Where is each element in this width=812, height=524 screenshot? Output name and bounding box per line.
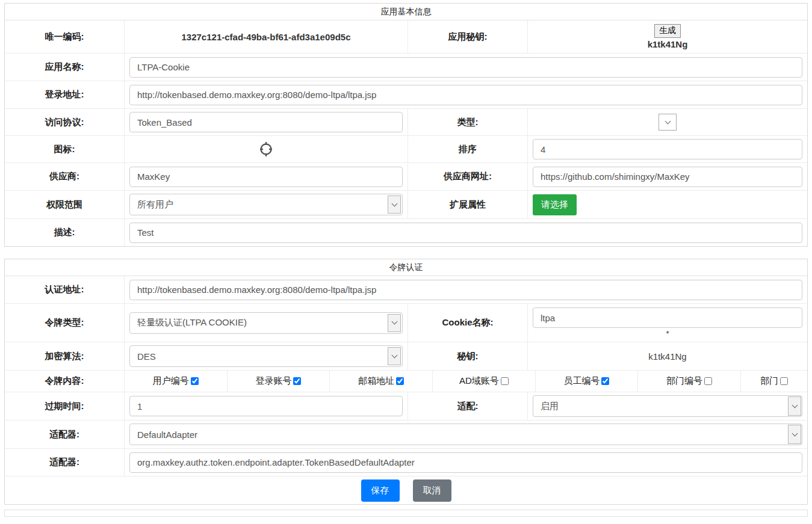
token-content-checkbox[interactable] — [704, 377, 712, 385]
token-content-option-label: AD域账号 — [459, 375, 499, 387]
adapt-select[interactable]: 启用 — [533, 395, 802, 417]
expires-cell — [125, 392, 408, 420]
cancel-button[interactable]: 取消 — [413, 479, 451, 502]
scope-select-value: 所有用户 — [137, 199, 173, 211]
adapter-select[interactable]: DefaultAdapter — [129, 424, 802, 445]
chevron-down-icon — [792, 430, 798, 436]
token-content-checkbox[interactable] — [191, 377, 199, 385]
row-scope-ext: 权限范围 所有用户 扩展属性 请选择 — [5, 191, 807, 219]
vendor-url-input[interactable] — [533, 167, 802, 187]
token-content-checkbox[interactable] — [780, 377, 788, 385]
cookie-name-label: Cookie名称: — [408, 304, 528, 342]
app-secret-label: 应用秘钥: — [408, 20, 528, 53]
token-type-select[interactable]: 轻量级认证(LTPA COOKIE) — [129, 312, 403, 334]
sort-input[interactable] — [533, 139, 802, 159]
chevron-down-icon — [792, 402, 798, 408]
vendor-input[interactable] — [129, 167, 403, 187]
ext-attr-cell: 请选择 — [528, 191, 807, 218]
description-input[interactable] — [129, 223, 802, 243]
ext-attr-choose-button[interactable]: 请选择 — [533, 194, 577, 215]
generate-secret-button[interactable]: 生成 — [654, 24, 681, 38]
type-cell — [528, 109, 807, 135]
adapt-cell: 启用 — [528, 392, 807, 420]
save-button[interactable]: 保存 — [361, 479, 400, 502]
icon-cell — [125, 136, 408, 162]
adapter-select-value: DefaultAdapter — [137, 430, 197, 440]
auth-url-cell — [125, 276, 807, 303]
token-content-option: 员工编号 — [535, 371, 638, 392]
token-content-cells: 用户编号登录账号邮箱地址AD域账号员工编号部门编号部门 — [125, 371, 807, 392]
scope-select[interactable]: 所有用户 — [129, 194, 403, 215]
panel-title-basic-info: 应用基本信息 — [5, 4, 807, 20]
chevron-box — [388, 196, 401, 214]
token-content-option-label: 部门 — [760, 375, 778, 387]
vendor-label: 供应商: — [5, 163, 125, 190]
token-type-cell: 轻量级认证(LTPA COOKIE) — [125, 304, 408, 342]
adapter-class-cell — [125, 449, 807, 476]
token-content-checkbox[interactable] — [396, 377, 404, 385]
token-content-option: 邮箱地址 — [329, 371, 432, 392]
token-content-option-label: 登录账号 — [255, 375, 291, 387]
adapter-select-label: 适配器: — [5, 421, 125, 448]
chevron-down-icon — [391, 352, 397, 358]
panel-title-token-auth: 令牌认证 — [5, 259, 807, 276]
token-content-option: 登录账号 — [227, 371, 330, 392]
row-app-name: 应用名称: — [5, 54, 807, 81]
login-url-label: 登录地址: — [5, 81, 125, 108]
token-content-option: 部门 — [740, 371, 807, 392]
chevron-down-icon — [391, 200, 397, 206]
row-algorithm-secret: 加密算法: DES 秘钥: k1tk41Ng — [5, 342, 807, 371]
token-content-checkbox[interactable] — [501, 377, 509, 385]
chevron-box — [788, 425, 801, 444]
adapt-select-value: 启用 — [541, 401, 559, 412]
app-secret-cell: 生成 k1tk41Ng — [528, 20, 807, 53]
required-mark: * — [533, 330, 802, 338]
app-name-input[interactable] — [129, 57, 802, 78]
algorithm-select[interactable]: DES — [129, 345, 403, 367]
login-url-input[interactable] — [129, 85, 802, 105]
secret-value: k1tk41Ng — [533, 351, 802, 362]
adapter-class-input[interactable] — [129, 452, 802, 473]
token-auth-panel: 令牌认证 认证地址: 令牌类型: 轻量级认证(LTPA COOKIE) Cook… — [4, 259, 808, 505]
algorithm-label: 加密算法: — [5, 342, 125, 370]
protocol-label: 访问协议: — [5, 109, 125, 135]
row-token-content: 令牌内容: 用户编号登录账号邮箱地址AD域账号员工编号部门编号部门 — [5, 371, 807, 392]
protocol-cell — [125, 109, 408, 135]
description-label: 描述: — [5, 219, 125, 246]
app-name-label: 应用名称: — [5, 54, 125, 81]
protocol-input[interactable] — [129, 112, 403, 132]
row-adapter-select: 适配器: DefaultAdapter — [5, 421, 807, 449]
expires-input[interactable] — [129, 396, 403, 416]
token-content-option: AD域账号 — [432, 371, 535, 392]
row-login-url: 登录地址: — [5, 81, 807, 109]
unique-code-value: 1327c121-cfad-49ba-bf61-afd3a1e09d5c — [129, 32, 403, 42]
cookie-name-input[interactable] — [533, 307, 802, 328]
vendor-url-cell — [528, 163, 807, 190]
app-basic-info-panel: 应用基本信息 唯一编码: 1327c121-cfad-49ba-bf61-afd… — [4, 3, 808, 247]
token-type-select-value: 轻量级认证(LTPA COOKIE) — [137, 317, 247, 328]
token-content-option-label: 员工编号 — [563, 375, 600, 387]
auth-url-input[interactable] — [129, 280, 802, 300]
row-token-type-cookie: 令牌类型: 轻量级认证(LTPA COOKIE) Cookie名称: * — [5, 304, 807, 342]
sort-label: 排序 — [408, 136, 528, 162]
token-content-checkbox[interactable] — [601, 377, 609, 385]
algorithm-cell: DES — [125, 342, 408, 370]
token-content-checkbox[interactable] — [293, 377, 301, 385]
type-select[interactable] — [659, 114, 677, 131]
type-label: 类型: — [408, 109, 528, 135]
unique-code-label: 唯一编码: — [5, 20, 125, 53]
ext-attr-label: 扩展属性 — [408, 191, 528, 218]
adapt-label: 适配: — [408, 392, 528, 420]
token-content-option: 用户编号 — [125, 371, 227, 392]
row-expires-adapt: 过期时间: 适配: 启用 — [5, 392, 807, 421]
row-icon-sort: 图标: 排序 — [5, 136, 807, 163]
token-type-label: 令牌类型: — [5, 304, 125, 342]
cookie-name-cell: * — [528, 304, 807, 342]
adapter-class-label: 适配器: — [5, 449, 125, 476]
row-adapter-class: 适配器: — [5, 449, 807, 476]
row-action-buttons: 保存 取消 — [5, 476, 807, 504]
vendor-url-label: 供应商网址: — [408, 163, 528, 190]
row-auth-url: 认证地址: — [5, 276, 807, 304]
icon-label: 图标: — [5, 136, 125, 162]
secret-cell: k1tk41Ng — [528, 342, 807, 370]
